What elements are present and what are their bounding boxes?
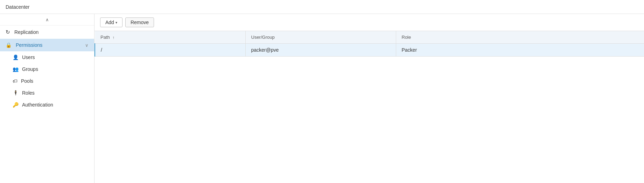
column-header-path[interactable]: Path ↑: [95, 31, 245, 44]
sidebar-item-groups[interactable]: Groups: [0, 63, 94, 75]
roles-icon: [13, 90, 19, 96]
pools-icon: [13, 78, 18, 84]
sidebar-item-label: Permissions: [16, 42, 42, 48]
app-title: Datacenter: [6, 4, 29, 10]
column-role-label: Role: [402, 35, 411, 40]
sidebar-item-label: Replication: [14, 29, 38, 35]
sidebar: Replication Permissions Users Groups: [0, 14, 94, 183]
sidebar-item-replication[interactable]: Replication: [0, 25, 94, 39]
sidebar-item-label: Users: [22, 54, 35, 60]
chevron-down-icon: [85, 43, 89, 48]
column-header-usergroup[interactable]: User/Group: [245, 31, 396, 44]
sidebar-item-permissions[interactable]: Permissions: [0, 39, 94, 51]
chevron-up-icon: [46, 17, 49, 22]
permissions-table: Path ↑ User/Group Role: [94, 31, 644, 57]
content-area: Add ▾ Remove Path ↑: [94, 14, 644, 183]
table-header-row: Path ↑ User/Group Role: [95, 31, 644, 44]
column-header-role[interactable]: Role: [396, 31, 644, 44]
table-row[interactable]: /packer@pvePacker: [95, 44, 644, 57]
top-bar: Datacenter: [0, 0, 644, 14]
cell-role: Packer: [396, 44, 644, 57]
table-container: Path ↑ User/Group Role: [94, 31, 644, 183]
dropdown-arrow-icon: ▾: [115, 21, 117, 24]
sidebar-item-label: Authentication: [22, 102, 53, 108]
permissions-icon: [6, 42, 12, 48]
cell-usergroup: packer@pve: [245, 44, 396, 57]
cell-path: /: [95, 44, 245, 57]
column-path-label: Path: [100, 35, 110, 40]
sidebar-item-users[interactable]: Users: [0, 51, 94, 63]
toolbar: Add ▾ Remove: [94, 14, 644, 31]
sidebar-collapse-button[interactable]: [0, 14, 94, 25]
remove-button-label: Remove: [131, 20, 149, 25]
groups-icon: [13, 66, 19, 72]
table-body: /packer@pvePacker: [95, 44, 644, 57]
replication-icon: [6, 29, 11, 35]
sidebar-item-authentication[interactable]: Authentication: [0, 99, 94, 111]
column-usergroup-label: User/Group: [251, 35, 275, 40]
sidebar-item-label: Roles: [22, 90, 35, 96]
auth-icon: [13, 102, 19, 108]
add-button-label: Add: [105, 20, 114, 25]
sidebar-item-label: Groups: [22, 66, 38, 72]
sidebar-item-pools[interactable]: Pools: [0, 75, 94, 87]
sidebar-item-label: Pools: [21, 78, 33, 84]
users-icon: [13, 54, 19, 60]
sort-arrow-icon: ↑: [112, 35, 114, 39]
remove-button[interactable]: Remove: [125, 17, 154, 27]
add-button[interactable]: Add ▾: [100, 17, 122, 27]
sidebar-item-roles[interactable]: Roles: [0, 87, 94, 99]
